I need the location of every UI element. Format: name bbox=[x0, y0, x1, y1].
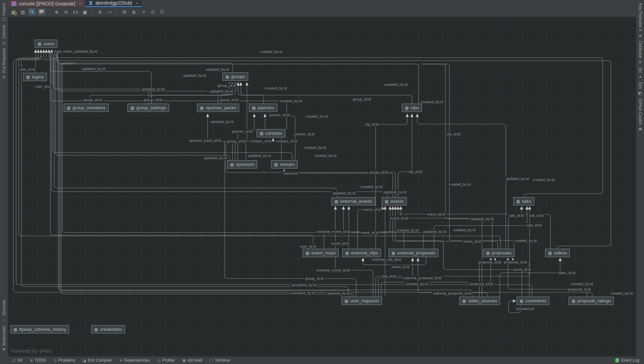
edge-label: proposal_id:id bbox=[567, 287, 592, 291]
edge-label: group_id:id bbox=[83, 98, 103, 102]
event-log-button[interactable]: 2 Event Log bbox=[615, 358, 639, 363]
edge-label: updated_by:id bbox=[209, 89, 234, 93]
table-node-group_settings[interactable]: ▦group_settings bbox=[127, 104, 169, 112]
edge-label: orga_notes_updated_by:id bbox=[53, 49, 98, 53]
edge-label: created_by:id bbox=[395, 228, 420, 232]
table-node-user_requests[interactable]: ▦user_requests bbox=[341, 297, 382, 305]
toolwindow-pull-requests[interactable]: Pull Requests⇅ bbox=[2, 48, 6, 79]
toolwindow-sbt[interactable]: sbt● bbox=[638, 67, 643, 79]
copilot-icon: ◉ bbox=[638, 126, 642, 131]
statusbar-sbt-shell[interactable]: ▣sbt shell bbox=[182, 358, 202, 363]
table-node-external_proposals[interactable]: ▦external_proposals bbox=[388, 249, 438, 257]
edge-label: contact_id:id bbox=[250, 139, 272, 143]
table-node-credentials[interactable]: ▦credentials bbox=[91, 325, 125, 333]
table-node-logins[interactable]: ▦logins bbox=[23, 73, 47, 81]
save-diagram-icon[interactable]: ⎘ bbox=[158, 8, 166, 15]
table-node-videos[interactable]: ▦videos bbox=[545, 249, 570, 257]
statusbar-dependencies[interactable]: ≋Dependencies bbox=[119, 358, 150, 363]
edge-label: group_id:id bbox=[226, 139, 246, 143]
edge-label: partner_id:id bbox=[293, 132, 315, 136]
actual-size-icon[interactable]: 1:1 bbox=[71, 8, 79, 15]
todo-list-icon: ≣ bbox=[30, 358, 33, 363]
show-comments-icon[interactable] bbox=[38, 8, 46, 15]
table-node-comments[interactable]: ▦comments bbox=[517, 297, 549, 305]
statusbar-terminal[interactable]: ▢Terminal bbox=[210, 358, 230, 363]
table-name: cfps bbox=[411, 105, 419, 110]
table-node-events[interactable]: ▦events bbox=[382, 197, 407, 205]
show-table-columns-icon[interactable]: ▥ bbox=[19, 8, 27, 15]
edge-label: updated_by:id bbox=[182, 73, 207, 77]
print-icon[interactable]: ⎙ bbox=[149, 8, 157, 15]
tab-console-prod-gospeak[interactable]: console [[PROD] Gospeak] × bbox=[8, 0, 85, 7]
edge-label: event_id:id bbox=[426, 212, 446, 216]
table-icon: ▦ bbox=[391, 251, 395, 255]
statusbar-profiler[interactable]: ◷Profiler bbox=[157, 358, 175, 363]
table-node-partners[interactable]: ▦partners bbox=[249, 104, 277, 112]
toolwindow-project[interactable]: Project❐ bbox=[2, 3, 6, 22]
edge-label: cfp_id:id bbox=[408, 170, 423, 174]
edge-label: group_id:id bbox=[217, 83, 237, 87]
pull-requests-icon: ⇅ bbox=[2, 75, 5, 79]
table-node-talks[interactable]: ▦talks bbox=[513, 197, 534, 205]
edge-label: video_id:id bbox=[557, 271, 577, 275]
edge-label: created_by:id bbox=[609, 291, 634, 295]
table-node-venues[interactable]: ▦venues bbox=[271, 160, 298, 169]
table-name: venues bbox=[280, 162, 294, 167]
zoom-in-icon[interactable]: ⊕ bbox=[53, 8, 61, 15]
show-key-columns-icon[interactable]: ▦ bbox=[9, 8, 17, 15]
tool-window-label: Elm bbox=[638, 82, 643, 89]
table-icon: ▦ bbox=[26, 75, 30, 79]
toolwindow-database[interactable]: Database⊜ bbox=[638, 41, 643, 64]
toolwindow-github-copilot[interactable]: GitHub Copilot◉ bbox=[638, 99, 643, 131]
tab-diagram-dem8mlgp225rdd[interactable]: dem8mlgp225rdd × bbox=[85, 0, 142, 7]
edge-label: updated_by:id bbox=[140, 87, 165, 91]
table-node-proposal_ratings[interactable]: ▦proposal_ratings bbox=[569, 297, 614, 305]
zoom-out-icon[interactable]: ⊖ bbox=[62, 8, 70, 15]
table-node-proposals[interactable]: ▦proposals bbox=[483, 249, 515, 257]
table-node-external_cfps[interactable]: ▦external_cfps bbox=[342, 249, 381, 257]
toolwindow-commit[interactable]: Commit◎ bbox=[2, 25, 6, 45]
toolwindow-structure[interactable]: Structure∷ bbox=[2, 300, 6, 322]
table-node-cfps[interactable]: ▦cfps bbox=[402, 104, 422, 112]
statusbar-problems[interactable]: ⊙Problems bbox=[54, 358, 75, 363]
bookmarks-icon: ⚑ bbox=[2, 347, 6, 352]
edge-routing-icon[interactable]: ⇢ bbox=[105, 8, 113, 15]
toolwindow-elm[interactable]: Elm◩ bbox=[638, 82, 643, 96]
toolwindow-key-promoter-x[interactable]: Key Promoter X◈ bbox=[638, 3, 643, 38]
edge-label: updated_by:id bbox=[422, 230, 447, 234]
table-node-sponsor_packs[interactable]: ▦sponsor_packs bbox=[197, 104, 239, 112]
apply-layout-icon[interactable]: ⋔ bbox=[96, 8, 104, 15]
open-in-new-icon[interactable]: ↗ bbox=[139, 8, 147, 15]
table-name: groups bbox=[231, 74, 245, 79]
table-node-sponsors[interactable]: ▦sponsors bbox=[227, 160, 257, 169]
table-node-groups[interactable]: ▦groups bbox=[222, 72, 248, 81]
table-node-users[interactable]: ▦users bbox=[35, 40, 57, 48]
toolwindow-bookmarks[interactable]: Bookmarks⚑ bbox=[2, 325, 6, 352]
statusbar-elm-compiler[interactable]: ◪Elm Compiler bbox=[83, 358, 112, 363]
edge-label: created_by:id bbox=[259, 50, 283, 54]
table-node-event_rsvps[interactable]: ▦event_rsvps bbox=[303, 249, 339, 257]
table-node-external_events[interactable]: ▦external_events bbox=[331, 197, 375, 205]
elm-compiler-icon: ◪ bbox=[83, 358, 86, 363]
statusbar-todo[interactable]: ≣TODO bbox=[30, 358, 46, 363]
edge-label: updated_by:id bbox=[504, 177, 530, 181]
table-name: users bbox=[43, 41, 54, 46]
close-icon[interactable]: × bbox=[136, 1, 139, 6]
edge-label: external_event_id:id bbox=[316, 230, 351, 234]
table-node-group_members[interactable]: ▦group_members bbox=[64, 104, 109, 112]
copy-diagram-icon[interactable]: ⧉ bbox=[120, 8, 128, 15]
table-node-video_sources[interactable]: ▦video_sources bbox=[459, 297, 500, 305]
fit-content-icon[interactable]: ▣ bbox=[81, 8, 89, 15]
table-icon: ▦ bbox=[225, 75, 229, 79]
table-node-contacts[interactable]: ▦contacts bbox=[257, 129, 285, 137]
statusbar-git[interactable]: ⎇Git bbox=[11, 358, 22, 363]
close-icon[interactable]: × bbox=[79, 1, 82, 6]
edge-label: created_by:id bbox=[360, 185, 384, 189]
dependencies-icon: ≋ bbox=[119, 358, 122, 363]
primary-keys-icon[interactable] bbox=[28, 8, 36, 15]
table-name: external_proposals bbox=[397, 250, 435, 255]
table-name: sponsor_packs bbox=[206, 105, 236, 110]
table-node-flyway_schema_history[interactable]: ▦flyway_schema_history bbox=[10, 325, 69, 333]
sort-alpha-icon[interactable]: ≣ bbox=[130, 8, 138, 15]
edge-label: cfp_id:id bbox=[364, 122, 380, 126]
